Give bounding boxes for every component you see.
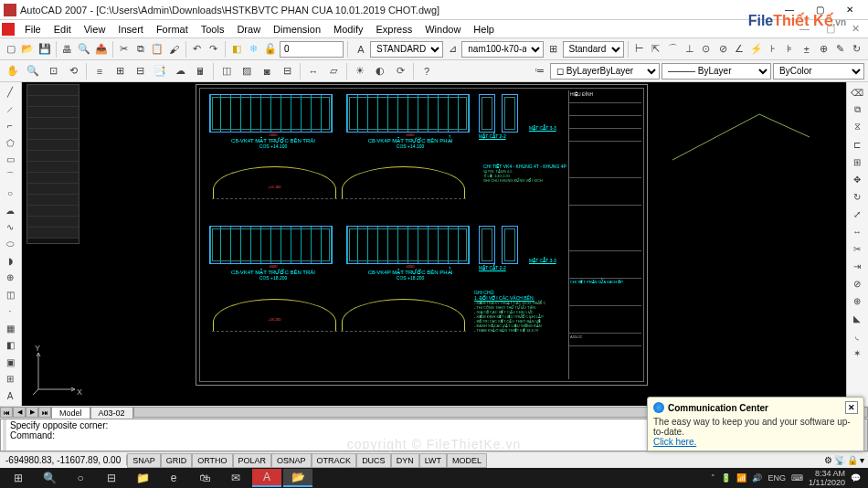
zoom-prev-icon[interactable]: ⟲	[64, 62, 82, 80]
dim-base-icon[interactable]: ⊦	[766, 40, 780, 58]
offset-icon[interactable]: ⊏	[849, 136, 865, 153]
spline-icon[interactable]: ∿	[2, 219, 18, 235]
volume-icon[interactable]: 🔊	[752, 473, 762, 483]
xline-icon[interactable]: ⟋	[2, 101, 18, 116]
table-style-select[interactable]: Standard	[563, 41, 624, 58]
hatch-tool-icon[interactable]: ▨	[238, 62, 256, 80]
dim-edit-icon[interactable]: ✎	[832, 40, 847, 58]
tab-model[interactable]: Model	[51, 407, 90, 419]
area-icon[interactable]: ▱	[324, 62, 343, 80]
menu-insert[interactable]: Insert	[111, 22, 150, 37]
otrack-toggle[interactable]: OTRACK	[312, 453, 357, 468]
table2-icon[interactable]: ⊞	[2, 371, 18, 387]
dim-aligned-icon[interactable]: ⇱	[649, 40, 663, 58]
menu-edit[interactable]: Edit	[48, 22, 78, 37]
arc-icon[interactable]: ⌒	[2, 168, 18, 184]
snap-toggle[interactable]: SNAP	[127, 453, 161, 468]
polar-toggle[interactable]: POLAR	[233, 453, 272, 468]
erase-icon[interactable]: ⌫	[849, 84, 865, 101]
publish-icon[interactable]: 📤	[93, 40, 108, 58]
layer-freeze-icon[interactable]: ❄	[246, 40, 260, 58]
dim-dia-icon[interactable]: ⊘	[715, 40, 730, 58]
makeblock-icon[interactable]: ◫	[2, 287, 18, 302]
tab-next-icon[interactable]: ▶	[26, 407, 38, 418]
render-icon[interactable]: ☀	[351, 62, 369, 80]
menu-tools[interactable]: Tools	[195, 22, 231, 37]
lang-indicator[interactable]: ENG	[767, 473, 786, 483]
tab-layout[interactable]: A03-02	[90, 407, 133, 419]
dim-ang-icon[interactable]: ∠	[732, 40, 746, 58]
lwt-toggle[interactable]: LWT	[419, 453, 447, 468]
lweight-select[interactable]: ByColor	[773, 63, 864, 80]
tray-up-icon[interactable]: ˄	[711, 473, 715, 483]
dim-update-icon[interactable]: ↻	[849, 40, 863, 58]
revcloud-icon[interactable]: ☁	[2, 202, 18, 217]
zoom-win-icon[interactable]: ⊡	[44, 62, 62, 80]
dim-rad-icon[interactable]: ⊙	[699, 40, 714, 58]
ssm-icon[interactable]: 📑	[151, 62, 169, 80]
menu-window[interactable]: Window	[418, 22, 467, 37]
dim-icon[interactable]: ⊿	[445, 40, 460, 58]
dim-ord-icon[interactable]: ⊥	[682, 40, 696, 58]
grid-toggle[interactable]: GRID	[161, 453, 193, 468]
edge-icon[interactable]: e	[159, 469, 188, 487]
region-icon[interactable]: ◙	[258, 62, 276, 80]
region2-icon[interactable]: ▣	[2, 355, 18, 370]
scale-icon[interactable]: ⤢	[849, 206, 865, 222]
pline-icon[interactable]: ⌐	[2, 118, 18, 133]
gradient-icon[interactable]: ◧	[2, 337, 18, 353]
join-icon[interactable]: ⊕	[849, 292, 865, 309]
rect-icon[interactable]: ▭	[2, 152, 18, 167]
tray-icon[interactable]: ▾	[860, 455, 864, 465]
vs-icon[interactable]: ◐	[371, 62, 389, 80]
point-icon[interactable]: ·	[2, 303, 18, 319]
layer-color-icon[interactable]: ◧	[229, 40, 244, 58]
wifi-icon[interactable]: 📶	[736, 473, 746, 483]
osnap-toggle[interactable]: OSNAP	[271, 453, 312, 468]
autocad-taskbar-icon[interactable]: A	[252, 469, 281, 487]
ltype-select[interactable]: ——— ByLayer	[662, 63, 771, 80]
redo-icon[interactable]: ↷	[206, 40, 221, 58]
ortho-toggle[interactable]: ORTHO	[192, 453, 232, 468]
mail-icon[interactable]: ✉	[221, 469, 250, 487]
menu-format[interactable]: Format	[150, 22, 195, 37]
menu-dimension[interactable]: Dimension	[267, 22, 327, 37]
dc-icon[interactable]: ⊞	[111, 62, 129, 80]
move-icon[interactable]: ✥	[849, 171, 865, 187]
dim-center-icon[interactable]: ⊕	[816, 40, 831, 58]
annotation-scale-icon[interactable]: ⚙	[824, 455, 832, 465]
dim-cont-icon[interactable]: ⊧	[782, 40, 797, 58]
props-icon[interactable]: ≡	[90, 62, 109, 80]
dim-a-icon[interactable]: A	[354, 40, 368, 58]
match-icon[interactable]: 🖌	[166, 40, 181, 58]
dim-tol-icon[interactable]: ±	[799, 40, 814, 58]
3dorbit-icon[interactable]: ⟳	[391, 62, 409, 80]
taskview-icon[interactable]: ⊟	[97, 469, 126, 487]
explode-icon[interactable]: ✶	[849, 345, 865, 361]
clock[interactable]: 8:34 AM 1/11/2020	[809, 469, 845, 487]
pan-icon[interactable]: ✋	[4, 62, 22, 80]
dim-quick-icon[interactable]: ⚡	[749, 40, 764, 58]
zoom-rt-icon[interactable]: 🔍	[24, 62, 42, 80]
lock-icon[interactable]: 🔒	[847, 455, 858, 465]
tp-icon[interactable]: ⊟	[131, 62, 149, 80]
preview-icon[interactable]: 🔍	[77, 40, 91, 58]
ducs-toggle[interactable]: DUCS	[356, 453, 391, 468]
menu-express[interactable]: Express	[369, 22, 418, 37]
mtext-icon[interactable]: A	[2, 387, 18, 403]
dyn-toggle[interactable]: DYN	[391, 453, 419, 468]
layer-lock-icon[interactable]: 🔓	[263, 40, 278, 58]
menu-file[interactable]: File	[18, 22, 48, 37]
comm-icon[interactable]: 📡	[834, 455, 845, 465]
ime-icon[interactable]: ⌨	[791, 473, 803, 483]
dim-style-select[interactable]: nam100-k70-a3	[461, 41, 544, 58]
paste-icon[interactable]: 📋	[150, 40, 164, 58]
group-icon[interactable]: ⊟	[278, 62, 296, 80]
fillet-icon[interactable]: ◟	[849, 327, 865, 344]
save-icon[interactable]: 💾	[37, 40, 52, 58]
battery-icon[interactable]: 🔋	[721, 473, 731, 483]
dim-arc-icon[interactable]: ⌒	[665, 40, 680, 58]
array-icon[interactable]: ⊞	[849, 154, 865, 170]
lprops-icon[interactable]: ≔	[530, 62, 548, 80]
break-icon[interactable]: ⊘	[849, 275, 865, 292]
